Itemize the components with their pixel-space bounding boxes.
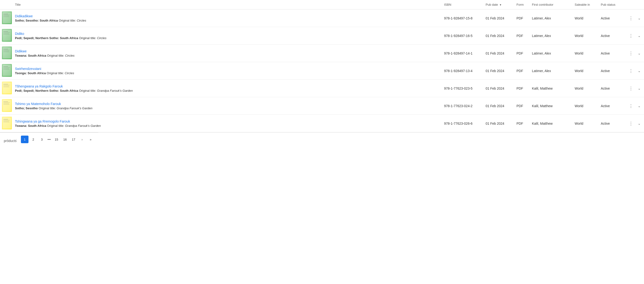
kebab-menu-button[interactable]: ⋮ — [627, 50, 635, 56]
svg-rect-2 — [3, 15, 10, 15]
kebab-menu-button[interactable]: ⋮ — [627, 85, 635, 92]
pagination-page-1-button[interactable]: 1 — [21, 136, 28, 143]
kebab-menu-button[interactable]: ⋮ — [627, 121, 635, 127]
first-contributor-cell: Kalil, Matthew — [530, 97, 573, 115]
svg-rect-33 — [3, 121, 9, 121]
pub-status-cell: Active — [599, 45, 625, 62]
pagination-page-17-button[interactable]: 17 — [70, 136, 78, 143]
isbn-cell: 978-1-928497-15-8 — [442, 9, 484, 27]
svg-rect-11 — [3, 49, 8, 49]
table-row: Tshingwana ya ga Rremogolo FaroukTswana:… — [0, 115, 644, 132]
pub-status-cell: Active — [599, 27, 625, 45]
row-actions-cell: ⋮ — [625, 45, 634, 62]
pub-date-cell: 01 Feb 2024 — [484, 97, 514, 115]
th-title: Title — [13, 0, 442, 9]
expand-row-button[interactable]: ⌄ — [636, 103, 642, 109]
row-actions-cell: ⋮ — [625, 62, 634, 80]
svg-rect-29 — [3, 104, 10, 105]
title-subtitle: Pedi; Sepedi; Northern Sotho: South Afri… — [15, 89, 133, 92]
svg-rect-3 — [3, 16, 9, 16]
title-link[interactable]: Swirhendzevutani — [15, 67, 440, 71]
svg-rect-32 — [3, 120, 10, 121]
table-row: DidikadikweSotho; Sesotho: South Africa … — [0, 9, 644, 27]
svg-rect-24 — [3, 87, 10, 87]
saleable-in-cell: World — [573, 9, 599, 27]
pagination-page-15-button[interactable]: 15 — [53, 136, 60, 143]
expand-row-cell: ⌄ — [634, 97, 644, 115]
th-pub-date[interactable]: Pub date ▼ — [484, 0, 514, 9]
first-contributor-cell: Latimer, Alex — [530, 62, 573, 80]
form-cell: PDF — [514, 80, 530, 97]
th-first-contributor: First contributor — [530, 0, 573, 9]
th-isbn: ISBN — [442, 0, 484, 9]
svg-rect-26 — [3, 102, 8, 102]
book-thumbnail-cell — [0, 115, 13, 132]
svg-rect-17 — [3, 67, 10, 68]
svg-rect-21 — [3, 84, 8, 84]
expand-row-cell: ⌄ — [634, 80, 644, 97]
form-cell: PDF — [514, 9, 530, 27]
products-table: Title ISBN Pub date ▼ Form First contrib… — [0, 0, 644, 132]
pagination-next-button[interactable]: › — [78, 136, 86, 143]
sort-arrow-icon: ▼ — [500, 3, 502, 6]
svg-rect-34 — [3, 122, 10, 122]
saleable-in-cell: World — [573, 97, 599, 115]
form-cell: PDF — [514, 97, 530, 115]
pub-status-cell: Active — [599, 97, 625, 115]
pub-date-cell: 01 Feb 2024 — [484, 9, 514, 27]
pagination-page-2-button[interactable]: 2 — [30, 136, 37, 143]
expand-row-button[interactable]: ⌄ — [636, 15, 642, 21]
title-subtitle: Pedi; Sepedi; Northern Sotho: South Afri… — [15, 36, 106, 40]
isbn-cell: 978-1-928497-16-5 — [442, 27, 484, 45]
title-cell: SwirhendzevutaniTsonga: South Africa Ori… — [13, 62, 442, 80]
title-link[interactable]: Didiko — [15, 32, 440, 35]
expand-row-button[interactable]: ⌄ — [636, 33, 642, 39]
pagination-page-3-button[interactable]: 3 — [38, 136, 46, 143]
kebab-menu-button[interactable]: ⋮ — [627, 33, 635, 39]
isbn-cell: 978-1-77623-023-5 — [442, 80, 484, 97]
pub-date-cell: 01 Feb 2024 — [484, 62, 514, 80]
title-link[interactable]: Tshimo ya Ntatemoholo Farouk — [15, 102, 440, 106]
kebab-menu-button[interactable]: ⋮ — [627, 68, 635, 74]
pagination-page-16-button[interactable]: 16 — [61, 136, 69, 143]
pagination-last-button[interactable]: » — [87, 136, 94, 143]
expand-row-button[interactable]: ⌄ — [636, 50, 642, 56]
table-row: DidikweTswana: South Africa Original tit… — [0, 45, 644, 62]
isbn-cell: 978-1-77623-024-2 — [442, 97, 484, 115]
title-cell: DidikadikweSotho; Sesotho: South Africa … — [13, 9, 442, 27]
expand-row-cell: ⌄ — [634, 9, 644, 27]
expand-row-button[interactable]: ⌄ — [636, 68, 642, 74]
book-thumbnail-cell — [0, 62, 13, 80]
isbn-cell: 978-1-928497-13-4 — [442, 62, 484, 80]
pub-status-cell: Active — [599, 62, 625, 80]
row-actions-cell: ⋮ — [625, 9, 634, 27]
svg-rect-31 — [3, 119, 8, 120]
svg-rect-16 — [3, 66, 8, 67]
form-cell: PDF — [514, 45, 530, 62]
expand-row-cell: ⌄ — [634, 115, 644, 132]
expand-row-button[interactable]: ⌄ — [636, 121, 642, 126]
form-cell: PDF — [514, 62, 530, 80]
row-actions-cell: ⋮ — [625, 80, 634, 97]
saleable-in-cell: World — [573, 115, 599, 132]
svg-rect-14 — [3, 52, 10, 52]
table-footer: products « ‹ 1 2 3 ••• 15 16 17 › » — [0, 132, 644, 146]
th-pub-date-label: Pub date — [486, 3, 498, 6]
book-cover-image — [2, 11, 12, 24]
kebab-menu-button[interactable]: ⋮ — [627, 15, 635, 21]
isbn-cell: 978-1-77623-026-6 — [442, 115, 484, 132]
first-contributor-cell: Latimer, Alex — [530, 45, 573, 62]
table-header: Title ISBN Pub date ▼ Form First contrib… — [0, 0, 644, 9]
expand-row-cell: ⌄ — [634, 27, 644, 45]
title-link[interactable]: Didikadikwe — [15, 14, 440, 18]
book-thumbnail-cell — [0, 97, 13, 115]
first-contributor-cell: Kalil, Matthew — [530, 80, 573, 97]
pub-date-cell: 01 Feb 2024 — [484, 115, 514, 132]
title-link[interactable]: Tshingwana ya ga Rremogolo Farouk — [15, 120, 440, 123]
title-link[interactable]: Tšhengwana ya Rakgolo Farouk — [15, 84, 440, 88]
expand-row-button[interactable]: ⌄ — [636, 86, 642, 91]
kebab-menu-button[interactable]: ⋮ — [627, 103, 635, 109]
svg-rect-19 — [3, 69, 10, 70]
title-link[interactable]: Didikwe — [15, 49, 440, 53]
svg-rect-18 — [3, 68, 9, 69]
